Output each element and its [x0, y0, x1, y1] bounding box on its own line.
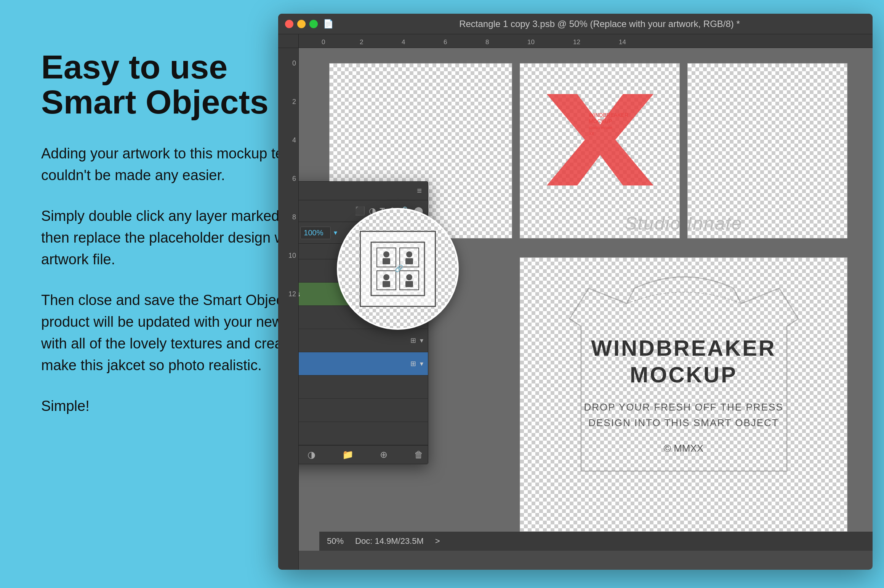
layer-row-colour[interactable]: 👁 ⊞ <- Chang... Colour	[299, 399, 428, 422]
ps-titlebar: 📄 Rectangle 1 copy 3.psb @ 50% (Replace …	[278, 14, 873, 34]
ps-window: 📄 Rectangle 1 copy 3.psb @ 50% (Replace …	[278, 14, 873, 570]
layers-toolbar: 🔗 fx ⬛ ◑ 📁 ⊕ 🗑	[299, 445, 428, 464]
delete-layer-icon[interactable]: 🗑	[414, 449, 423, 460]
studio-label: Studio Innate	[520, 208, 847, 238]
windbreaker-subtitle: DROP YOUR FRESH OFF THE PRESSDESIGN INTO…	[584, 399, 783, 431]
status-arrow[interactable]: >	[435, 536, 440, 546]
windbreaker-title: WINDBREAKER MOCKUP	[591, 335, 776, 388]
layers-header: ✕ ❮❮ Layers ≡	[299, 182, 428, 200]
zoom-circle: 🔗	[337, 208, 459, 330]
smart-badge-here: ⊞	[410, 360, 416, 368]
opacity-value: 100%	[304, 228, 323, 237]
minimize-button[interactable]	[297, 20, 306, 28]
ruler-corner	[278, 34, 299, 48]
layer-row-here[interactable]: 👁 ⊞ Your ... here ⊞ ▾	[299, 352, 428, 375]
layer-name-colour: <- Chang... Colour	[299, 406, 423, 415]
svg-point-16	[406, 274, 412, 280]
smart-badge-sign2: ⊞	[410, 336, 416, 345]
red-x-logo: WINDBREAKER MOCKUP studio innate XX	[539, 86, 661, 193]
panel-bottom: WINDBREAKER MOCKUP DROP YOUR FRESH OFF T…	[520, 257, 847, 532]
file-icon: 📄	[323, 19, 333, 29]
layer-name-sign2: Your ...esign	[299, 336, 407, 345]
svg-point-12	[406, 251, 412, 257]
svg-text:MOCKUP: MOCKUP	[589, 118, 612, 124]
expand-here[interactable]: ▾	[420, 360, 423, 368]
svg-text:studio innate: studio innate	[589, 125, 612, 130]
svg-rect-11	[383, 258, 390, 264]
opacity-input[interactable]: 100%	[300, 227, 331, 239]
mask-icon[interactable]: ◑	[307, 449, 315, 460]
layer-name-jacket: Jacket Styles	[299, 383, 423, 391]
layer-row-sign2[interactable]: 👁 ⊞ Your ...esign ⊞ ▾	[299, 329, 428, 352]
svg-text:🔗: 🔗	[395, 264, 404, 273]
ruler-top: 0 2 4 6 8 10 12 14	[299, 34, 873, 48]
new-layer-icon[interactable]: ⊕	[380, 449, 388, 460]
doc-info: Doc: 14.9M/23.5M	[355, 536, 424, 546]
windbreaker-copyright: © MMXX	[664, 443, 703, 454]
smart-object-icon: 🔗	[360, 231, 436, 307]
svg-text:WINDBREAKER: WINDBREAKER	[589, 112, 628, 118]
zoom-level: 50%	[327, 536, 344, 546]
layer-row-jacket-styles[interactable]: 👁 ▶ Jacket Styles	[299, 375, 428, 399]
svg-rect-15	[383, 281, 390, 287]
layer-name-here: Your ... here	[299, 360, 407, 368]
ps-statusbar: 50% Doc: 14.9M/23.5M >	[319, 532, 873, 551]
expand-sign2[interactable]: ▾	[420, 336, 423, 345]
layers-menu-icon[interactable]: ≡	[417, 186, 422, 196]
opacity-chevron[interactable]: ▾	[334, 228, 337, 237]
svg-point-14	[383, 274, 389, 280]
ps-canvas: WINDBREAKER MOCKUP studio innate XX Stud…	[299, 48, 873, 551]
layer-name-background: Background	[299, 429, 423, 438]
svg-marker-0	[547, 94, 653, 185]
group-icon[interactable]: 📁	[342, 449, 354, 460]
maximize-button[interactable]	[309, 20, 318, 28]
zoom-circle-inner: 🔗	[338, 209, 457, 328]
svg-point-10	[383, 251, 389, 257]
svg-rect-17	[405, 281, 413, 287]
ruler-left: 0 2 4 6 8 10 12	[278, 48, 299, 570]
svg-rect-13	[405, 258, 413, 264]
layer-row-background[interactable]: 👁 ▶ Background	[299, 422, 428, 445]
close-button[interactable]	[285, 20, 293, 28]
traffic-lights	[285, 20, 318, 28]
window-title: Rectangle 1 copy 3.psb @ 50% (Replace wi…	[333, 19, 866, 29]
svg-text:XX: XX	[589, 131, 594, 136]
